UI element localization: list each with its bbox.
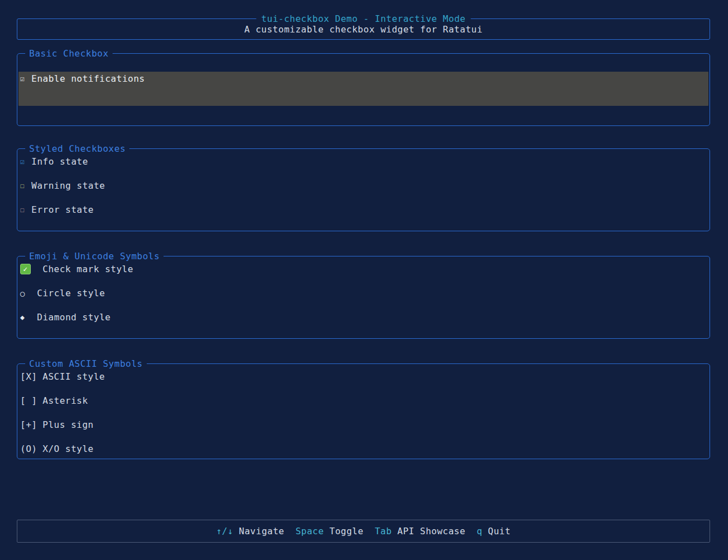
- selected-row-highlight: ☑ Enable notifications: [18, 72, 708, 106]
- section-emoji-unicode-symbols: Emoji & Unicode Symbols ✓ Check mark sty…: [17, 256, 710, 339]
- checkbox-row-asterisk[interactable]: [ ] Asterisk: [20, 395, 710, 407]
- checkbox-row-error-state[interactable]: ☐ Error state: [20, 204, 710, 216]
- ascii-plus-bracket-icon: [+]: [20, 419, 43, 430]
- unchecked-checkbox-icon: ☐: [20, 206, 31, 214]
- checkbox-row-plus-sign[interactable]: [+] Plus sign: [20, 419, 710, 431]
- space-key-label: Space: [296, 526, 324, 536]
- checkbox-label: Circle style: [37, 288, 105, 298]
- checkbox-row-circle-style[interactable]: ○ Circle style: [20, 287, 710, 299]
- emoji-checkbox-list: ✓ Check mark style ○ Circle style ◆ Diam…: [17, 256, 710, 338]
- hint-quit: q Quit: [477, 526, 511, 536]
- section-styled-checkboxes: Styled Checkboxes ☑ Info state ☐ Warning…: [17, 148, 710, 231]
- hint-toggle: Space Toggle: [296, 526, 363, 536]
- arrow-keys-icon: ↑/↓: [216, 526, 233, 536]
- checkbox-label: Info state: [31, 156, 88, 167]
- hint-api-showcase: Tab API Showcase: [375, 526, 465, 536]
- ascii-empty-bracket-icon: [ ]: [20, 395, 43, 406]
- q-key-label: q: [477, 526, 482, 536]
- checkbox-row-enable-notifications[interactable]: ☑ Enable notifications: [20, 73, 708, 85]
- footer-hint-bar: ↑/↓ Navigate Space Toggle Tab API Showca…: [17, 520, 710, 543]
- section-custom-ascii-symbols: Custom ASCII Symbols [X] ASCII style [ ]…: [17, 363, 710, 459]
- unchecked-checkbox-icon: ☐: [20, 181, 31, 190]
- header-box: tui-checkbox Demo - Interactive Mode A c…: [17, 18, 710, 40]
- section-basic-checkbox: Basic Checkbox ☑ Enable notifications: [17, 53, 710, 126]
- diamond-icon: ◆: [20, 313, 37, 321]
- key-hints: ↑/↓ Navigate Space Toggle Tab API Showca…: [216, 526, 511, 536]
- checked-checkbox-icon: ☑: [20, 157, 31, 166]
- ascii-paren-o-icon: (O): [20, 444, 43, 454]
- ascii-checkbox-list: [X] ASCII style [ ] Asterisk [+] Plus si…: [17, 364, 710, 459]
- checkbox-label: Asterisk: [43, 395, 88, 406]
- checkbox-label: Plus sign: [43, 419, 94, 430]
- checkbox-label: Error state: [31, 204, 94, 215]
- checkbox-row-check-mark-style[interactable]: ✓ Check mark style: [20, 263, 710, 275]
- checkbox-label: Check mark style: [43, 264, 133, 274]
- hint-navigate: ↑/↓ Navigate: [216, 526, 284, 536]
- checkbox-label: X/O style: [43, 444, 94, 454]
- circle-icon: ○: [20, 289, 37, 298]
- checkbox-row-ascii-style[interactable]: [X] ASCII style: [20, 371, 710, 382]
- tab-key-label: Tab: [375, 526, 391, 536]
- app-title: tui-checkbox Demo - Interactive Mode: [256, 13, 471, 25]
- checkbox-row-xo-style[interactable]: (O) X/O style: [20, 443, 710, 455]
- checkbox-row-warning-state[interactable]: ☐ Warning state: [20, 180, 710, 192]
- checkbox-label: Diamond style: [37, 312, 111, 323]
- checkbox-row-info-state[interactable]: ☑ Info state: [20, 156, 710, 167]
- checked-checkbox-icon: ☑: [20, 74, 31, 83]
- ascii-checked-bracket-icon: [X]: [20, 371, 43, 382]
- styled-checkbox-list: ☑ Info state ☐ Warning state ☐ Error sta…: [17, 149, 710, 231]
- check-mark-emoji-icon: ✓: [20, 264, 31, 274]
- checkbox-row-diamond-style[interactable]: ◆ Diamond style: [20, 311, 710, 323]
- section-title-basic: Basic Checkbox: [25, 48, 113, 59]
- checkbox-label: Warning state: [31, 180, 105, 191]
- checkbox-label: ASCII style: [43, 371, 105, 382]
- checkbox-label: Enable notifications: [31, 73, 145, 84]
